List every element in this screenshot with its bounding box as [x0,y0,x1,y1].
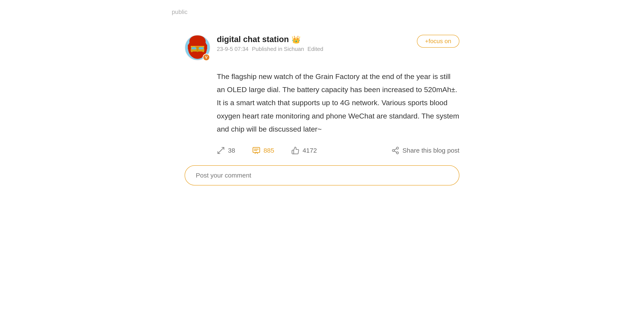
post-meta: 23-9-5 07:34 Published in Sichuan Edited [217,46,323,52]
repost-icon [217,146,225,154]
avatar-container: V [184,35,210,62]
svg-rect-10 [192,52,203,56]
comments-action[interactable]: 885 [252,146,274,154]
post-header: V digital chat station 👑 23-9-5 07:34 Pu… [184,35,460,62]
svg-rect-6 [199,47,204,49]
post-content: The flagship new watch of the Grain Fact… [184,70,460,136]
crown-icon: 👑 [292,35,300,44]
svg-rect-14 [253,148,260,153]
comment-input[interactable] [196,172,448,179]
comment-input-container[interactable] [184,165,460,186]
post-author-section: V digital chat station 👑 23-9-5 07:34 Pu… [184,35,323,62]
svg-rect-9 [204,44,207,50]
visibility-label: public [172,8,472,16]
svg-rect-5 [192,47,196,49]
share-action[interactable]: Share this blog post [391,146,460,154]
svg-rect-8 [188,44,191,50]
repost-action[interactable]: 38 [217,146,235,154]
comments-count: 885 [264,147,274,154]
svg-line-20 [394,151,396,152]
likes-count: 4172 [302,147,317,154]
page-container: public [172,8,472,196]
like-icon [291,146,300,154]
svg-point-7 [189,35,206,47]
comment-icon [252,146,260,154]
author-info: digital chat station 👑 23-9-5 07:34 Publ… [217,35,323,52]
svg-line-21 [394,148,396,150]
svg-rect-12 [197,48,198,52]
post-card: V digital chat station 👑 23-9-5 07:34 Pu… [172,24,472,196]
likes-action[interactable]: 4172 [291,146,317,154]
verified-badge: V [203,54,210,61]
repost-count: 38 [228,147,235,154]
post-date: 23-9-5 07:34 [217,46,248,52]
author-name-row: digital chat station 👑 [217,35,323,44]
svg-rect-11 [190,46,204,47]
focus-button-label: +focus on [425,38,451,45]
share-label: Share this blog post [402,147,460,154]
edited-label: Edited [308,46,323,52]
post-location: Published in Sichuan [252,46,304,52]
post-actions: 38 885 4172 [184,146,460,154]
author-name: digital chat station [217,35,289,44]
focus-on-button[interactable]: +focus on [417,35,460,48]
share-icon [391,146,400,154]
